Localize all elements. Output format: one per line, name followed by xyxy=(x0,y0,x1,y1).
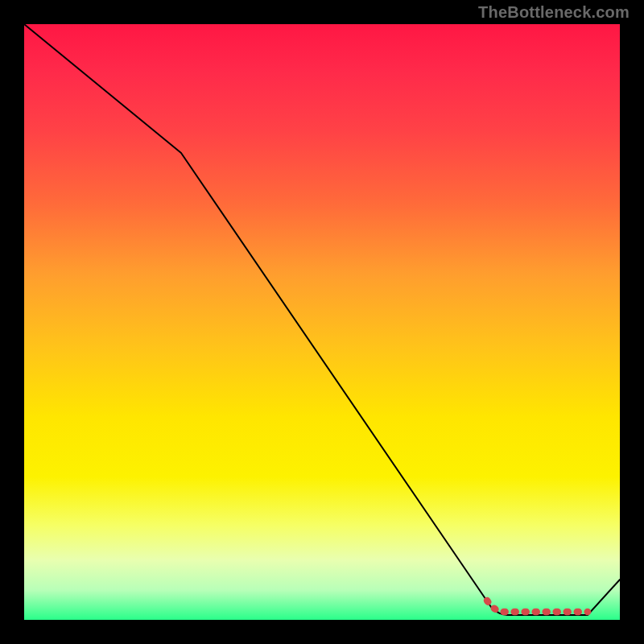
chart-overlay xyxy=(24,24,620,620)
chart-frame: TheBottleneck.com xyxy=(0,0,644,644)
main-curve xyxy=(24,24,620,615)
attribution-label: TheBottleneck.com xyxy=(478,3,630,22)
accent-curve-highlight xyxy=(487,601,588,612)
